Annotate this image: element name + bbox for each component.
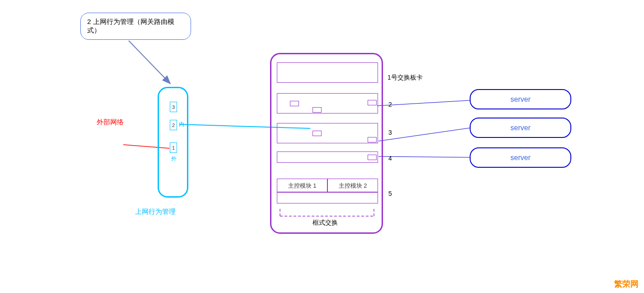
slot2-port-left [290, 101, 299, 106]
callout-gateway-mode: 2 上网行为管理（网关路由模式） [80, 13, 191, 40]
slot-label-1: 1号交换板卡 [387, 74, 423, 82]
svg-line-6 [378, 156, 470, 157]
chassis-slot-1 [277, 62, 378, 83]
gateway-port1-label: 外 [171, 155, 177, 163]
slot-label-2: 2 [388, 101, 392, 108]
chassis-slot-4 [277, 151, 378, 163]
server-1: server [470, 89, 571, 109]
slot-label-5: 5 [388, 190, 392, 197]
slot4-port-right [368, 155, 377, 160]
module-1: 主控模块 1 [277, 179, 327, 192]
chassis-caption: 框式交换 [313, 219, 338, 227]
chassis-switch: 主控模块 1 主控模块 2 [270, 53, 383, 234]
slot3-port-right [368, 137, 377, 142]
gateway-port-3: 3 [170, 102, 177, 112]
gateway-caption: 上网行为管理 [135, 208, 176, 216]
slot-label-4: 4 [388, 155, 392, 162]
module-2: 主控模块 2 [327, 179, 378, 192]
slot2-port-right [368, 100, 377, 105]
server-2: server [470, 118, 571, 138]
slot-label-3: 3 [388, 129, 392, 136]
chassis-slot-5 [277, 192, 378, 203]
server-3: server [470, 147, 571, 168]
svg-line-1 [129, 41, 170, 84]
gateway-port2-label: 内 [179, 121, 184, 128]
gateway-device: 3 2 内 1 外 [158, 87, 188, 198]
gateway-port-1: 1 [170, 142, 177, 153]
chassis-slot-3 [277, 123, 378, 143]
chassis-slot-2 [277, 93, 378, 113]
gateway-port-2: 2 [170, 120, 177, 130]
callout-text: 2 上网行为管理（网关路由模式） [87, 18, 174, 34]
svg-line-5 [378, 128, 470, 141]
external-network-label: 外部网络 [97, 118, 124, 127]
watermark: 繁荣网 [614, 279, 639, 289]
slot3-port-left [313, 131, 322, 136]
chassis-modules-row: 主控模块 1 主控模块 2 [277, 179, 378, 192]
slot2-port-mid [313, 107, 322, 113]
